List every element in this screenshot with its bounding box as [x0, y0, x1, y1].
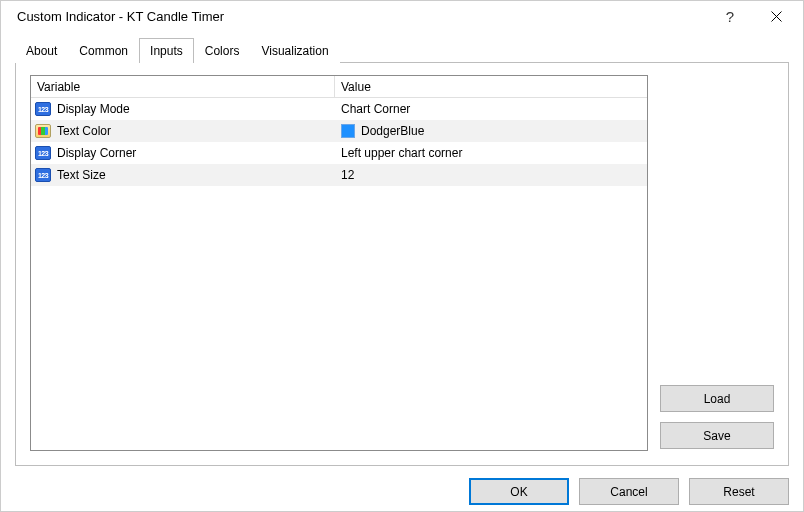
tab-inputs[interactable]: Inputs	[139, 38, 194, 63]
side-buttons: Load Save	[660, 75, 774, 451]
tab-common[interactable]: Common	[68, 38, 139, 63]
table-body: 123Display ModeChart CornerText ColorDod…	[31, 98, 647, 450]
color-type-icon	[35, 124, 51, 138]
col-header-value[interactable]: Value	[335, 76, 647, 98]
cancel-button[interactable]: Cancel	[579, 478, 679, 505]
footer-buttons: OK Cancel Reset	[1, 466, 803, 512]
value-label: Chart Corner	[341, 102, 410, 116]
dialog-window: Custom Indicator - KT Candle Timer ? Abo…	[0, 0, 804, 512]
color-swatch	[341, 124, 355, 138]
variable-label: Text Color	[57, 124, 111, 138]
cell-variable: Text Color	[31, 120, 335, 142]
table-header: Variable Value	[31, 76, 647, 98]
table-row[interactable]: 123Display CornerLeft upper chart corner	[31, 142, 647, 164]
window-title: Custom Indicator - KT Candle Timer	[17, 9, 707, 24]
cell-variable: 123Display Mode	[31, 98, 335, 120]
tabs: About Common Inputs Colors Visualization	[1, 31, 803, 62]
close-icon	[771, 11, 782, 22]
tab-visualization[interactable]: Visualization	[250, 38, 339, 63]
tab-colors[interactable]: Colors	[194, 38, 251, 63]
tab-about[interactable]: About	[15, 38, 68, 63]
cell-variable: 123Text Size	[31, 164, 335, 186]
number-type-icon: 123	[35, 168, 51, 182]
value-label: 12	[341, 168, 354, 182]
number-type-icon: 123	[35, 146, 51, 160]
save-button[interactable]: Save	[660, 422, 774, 449]
help-button[interactable]: ?	[707, 1, 753, 31]
close-button[interactable]	[753, 1, 799, 31]
reset-button[interactable]: Reset	[689, 478, 789, 505]
col-header-variable[interactable]: Variable	[31, 76, 335, 98]
variable-label: Display Corner	[57, 146, 136, 160]
load-button[interactable]: Load	[660, 385, 774, 412]
cell-value[interactable]: Chart Corner	[335, 98, 647, 120]
cell-value[interactable]: DodgerBlue	[335, 120, 647, 142]
value-label: DodgerBlue	[361, 124, 424, 138]
cell-value[interactable]: 12	[335, 164, 647, 186]
cell-variable: 123Display Corner	[31, 142, 335, 164]
ok-button[interactable]: OK	[469, 478, 569, 505]
titlebar: Custom Indicator - KT Candle Timer ?	[1, 1, 803, 31]
inputs-table: Variable Value 123Display ModeChart Corn…	[30, 75, 648, 451]
table-row[interactable]: 123Display ModeChart Corner	[31, 98, 647, 120]
variable-label: Text Size	[57, 168, 106, 182]
table-row[interactable]: Text ColorDodgerBlue	[31, 120, 647, 142]
value-label: Left upper chart corner	[341, 146, 462, 160]
variable-label: Display Mode	[57, 102, 130, 116]
tab-panel: Variable Value 123Display ModeChart Corn…	[15, 62, 789, 466]
table-row[interactable]: 123Text Size12	[31, 164, 647, 186]
cell-value[interactable]: Left upper chart corner	[335, 142, 647, 164]
number-type-icon: 123	[35, 102, 51, 116]
